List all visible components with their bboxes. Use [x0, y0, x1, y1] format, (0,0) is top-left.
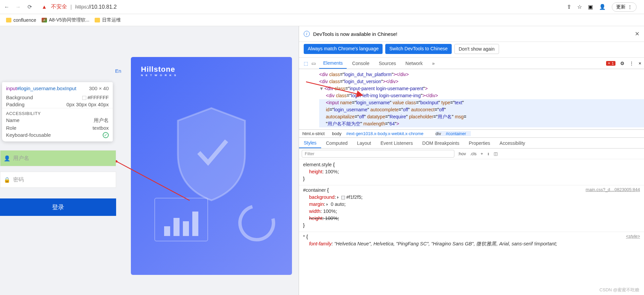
- bookmarks-bar: confluence AA8-V5协同管理软... 日常运维: [0, 14, 644, 26]
- user-icon: 👤: [4, 155, 10, 162]
- chart-icon: [154, 198, 208, 241]
- logo: Hillstone N E T W O R K S: [141, 65, 177, 77]
- source-link[interactable]: main.css?_d…0823005:844: [586, 187, 640, 193]
- update-button[interactable]: 更新⋮: [612, 2, 637, 12]
- watermark: CSDN @蜜蜜不吃糖: [599, 287, 639, 293]
- shield-icon: [168, 104, 255, 204]
- devtools-banner: i DevTools is now available in Chinese! …: [299, 26, 644, 42]
- tab-elements[interactable]: Elements: [319, 58, 347, 69]
- hero-panel: Hillstone N E T W O R K S: [131, 57, 292, 275]
- browser-toolbar: ← → ⟳ ▲ 不安全 | https://10.10.81.2 ⇪ ☆ ▣ 👤…: [0, 0, 644, 14]
- styles-rules[interactable]: element.style { height: 100%; } main.css…: [299, 159, 644, 252]
- tab-sources[interactable]: Sources: [375, 58, 400, 69]
- address-bar[interactable]: ▲ 不安全 | https://10.10.81.2: [38, 2, 121, 12]
- login-form: 👤 用户名 🔒 密码 登录: [0, 26, 124, 295]
- bookmark-confluence[interactable]: confluence: [6, 17, 36, 23]
- username-input[interactable]: 👤 用户名: [0, 150, 116, 166]
- forward-icon[interactable]: →: [15, 4, 21, 10]
- tab-accessibility[interactable]: Accessibility: [495, 138, 530, 148]
- styles-tabs: Styles Computed Layout Event Listeners D…: [299, 138, 644, 149]
- folder-icon: [95, 18, 100, 22]
- check-icon: ✓: [103, 132, 109, 138]
- tab-listeners[interactable]: Event Listeners: [376, 138, 418, 148]
- bookmark-ops[interactable]: 日常运维: [95, 17, 121, 23]
- separator: |: [70, 4, 72, 10]
- flex-icon[interactable]: ⫾: [487, 151, 490, 156]
- hov-toggle[interactable]: :hov: [458, 151, 466, 156]
- switch-chinese-button[interactable]: Switch DevTools to Chinese: [385, 44, 452, 54]
- tab-dom-bp[interactable]: DOM Breakpoints: [417, 138, 464, 148]
- warning-icon: ▲: [42, 4, 47, 10]
- dom-tree[interactable]: <div class="login_dut_hw_platform"></div…: [299, 69, 644, 129]
- main-split: En 👤 用户名 🔒 密码 登录 Hillstone N E T W O R K…: [0, 26, 644, 295]
- tab-properties[interactable]: Properties: [464, 138, 495, 148]
- profile-icon[interactable]: 👤: [599, 4, 606, 10]
- dont-show-button[interactable]: Don't show again: [454, 44, 499, 54]
- device-icon[interactable]: ▭: [311, 61, 316, 66]
- banner-actions: Always match Chrome's language Switch De…: [299, 42, 644, 58]
- info-icon: i: [304, 31, 310, 37]
- url-text: https://10.10.81.2: [75, 4, 117, 10]
- close-icon[interactable]: ×: [639, 61, 641, 66]
- devtools-panel: i DevTools is now available in Chinese! …: [299, 26, 644, 295]
- password-placeholder: 密码: [13, 176, 24, 183]
- source-link-style[interactable]: <style>: [626, 233, 640, 240]
- kebab-icon[interactable]: ⋮: [629, 61, 634, 66]
- gear-icon[interactable]: ⚙: [620, 61, 625, 66]
- always-match-button[interactable]: Always match Chrome's language: [304, 44, 383, 54]
- reader-icon[interactable]: ▣: [588, 4, 593, 10]
- page-content: En 👤 用户名 🔒 密码 登录 Hillstone N E T W O R K…: [0, 26, 299, 295]
- devtools-tabs: ⬚ ▭ Elements Console Sources Network » 1…: [299, 58, 644, 69]
- insecure-label: 不安全: [51, 3, 67, 10]
- reload-icon[interactable]: ⟳: [26, 4, 33, 10]
- tab-styles[interactable]: Styles: [299, 138, 321, 148]
- close-icon[interactable]: ×: [635, 30, 639, 38]
- back-icon[interactable]: ←: [3, 4, 10, 10]
- cls-toggle[interactable]: .cls: [470, 151, 477, 156]
- inspector-tooltip: input#login_username.boxInput 300 × 40 B…: [2, 82, 113, 141]
- banner-text: DevTools is now available in Chinese!: [313, 31, 397, 37]
- language-toggle[interactable]: En: [115, 68, 121, 74]
- error-badge[interactable]: 1: [606, 61, 615, 66]
- inspect-icon[interactable]: ⬚: [304, 61, 308, 66]
- password-input[interactable]: 🔒 密码: [0, 172, 116, 188]
- login-button[interactable]: 登录: [0, 198, 116, 216]
- dom-breadcrumb[interactable]: html.x-strict body#ext-gen1018.x-body.x-…: [299, 129, 644, 138]
- tab-more[interactable]: »: [428, 58, 439, 69]
- bookmark-star-icon[interactable]: ☆: [577, 4, 582, 10]
- tab-computed[interactable]: Computed: [321, 138, 352, 148]
- tab-layout[interactable]: Layout: [352, 138, 376, 148]
- box-icon[interactable]: ◫: [494, 151, 498, 156]
- bookmark-a8v5[interactable]: AA8-V5协同管理软...: [42, 17, 90, 23]
- gauge-icon: [232, 198, 282, 248]
- app-icon: A: [42, 18, 47, 22]
- share-icon[interactable]: ⇪: [567, 4, 571, 10]
- tab-console[interactable]: Console: [348, 58, 373, 69]
- filter-input[interactable]: Filter: [302, 150, 454, 158]
- new-rule-icon[interactable]: +: [481, 151, 483, 156]
- toolbar-right: ⇪ ☆ ▣ 👤 更新⋮: [567, 2, 641, 12]
- styles-filter-row: Filter :hov .cls + ⫾ ◫: [299, 149, 644, 159]
- tab-network[interactable]: Network: [401, 58, 427, 69]
- lock-icon: 🔒: [4, 177, 10, 183]
- folder-icon: [6, 18, 11, 22]
- username-placeholder: 用户名: [13, 155, 29, 162]
